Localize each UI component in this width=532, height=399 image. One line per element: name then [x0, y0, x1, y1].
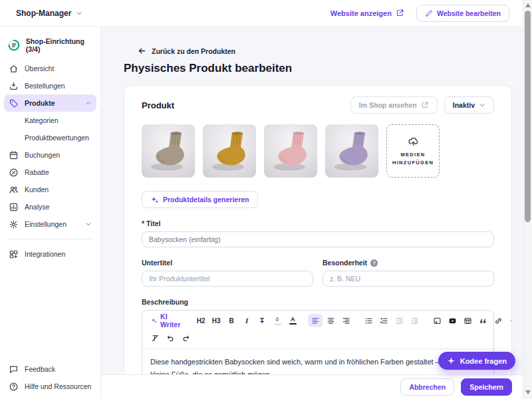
- insert-video-button[interactable]: [445, 314, 460, 327]
- sidebar-item-kategorien[interactable]: Kategorien: [4, 112, 96, 129]
- back-to-products-link[interactable]: Zurück zu den Produkten: [138, 47, 523, 55]
- sparkle-icon: [151, 317, 157, 325]
- save-button[interactable]: Speichern: [461, 378, 512, 396]
- add-media-label: MEDIEN HINZUFÜGEN: [392, 151, 434, 167]
- sidebar-item-bestellungen[interactable]: Bestellungen: [4, 77, 96, 94]
- sock-photo: [142, 124, 195, 178]
- status-dropdown[interactable]: Inaktiv: [444, 96, 494, 114]
- view-website-label: Website anzeigen: [331, 9, 392, 17]
- sock-photo: [264, 124, 317, 178]
- sock-photo: [203, 124, 256, 178]
- help-icon[interactable]: ?: [370, 259, 378, 267]
- highlight-input[interactable]: [323, 271, 494, 287]
- scrollbar-down-arrow[interactable]: [525, 390, 531, 394]
- font-color-bar: [289, 323, 297, 325]
- title-input[interactable]: [142, 231, 494, 247]
- sidebar-item-buchungen[interactable]: Buchungen: [4, 146, 96, 164]
- highlight-color-bar: [274, 324, 281, 325]
- undo-button[interactable]: [163, 331, 178, 344]
- image-icon: [433, 317, 442, 325]
- cancel-button[interactable]: Abbrechen: [400, 378, 454, 396]
- sidebar-item-feedback[interactable]: Feedback: [4, 360, 96, 378]
- sidebar-item-integrationen[interactable]: Integrationen: [4, 245, 96, 263]
- sidebar-item-hilfe[interactable]: Hilfe und Ressourcen: [4, 378, 96, 395]
- italic-button[interactable]: I: [239, 314, 254, 327]
- discount-icon: [9, 168, 19, 178]
- gear-icon: [9, 219, 19, 229]
- sidebar-item-produkte[interactable]: Produkte: [4, 94, 96, 112]
- setup-progress-icon: [8, 39, 20, 52]
- align-right-button[interactable]: [338, 314, 353, 327]
- chevron-up-icon: [85, 100, 92, 106]
- view-in-shop-label: Im Shop ansehen: [359, 101, 417, 109]
- bullet-list-button[interactable]: [361, 314, 376, 327]
- page-title: Physisches Produkt bearbeiten: [124, 62, 523, 75]
- edit-website-button[interactable]: Website bearbeiten: [416, 5, 509, 22]
- sidebar-item-einstellungen[interactable]: Einstellungen: [4, 215, 96, 233]
- page-scrollbar[interactable]: [523, 0, 532, 399]
- integrations-icon: [9, 249, 19, 259]
- redo-button[interactable]: [178, 331, 193, 344]
- product-image-1[interactable]: [142, 124, 195, 178]
- view-in-shop-button[interactable]: Im Shop ansehen: [350, 96, 438, 114]
- heading2-button[interactable]: H2: [194, 314, 208, 327]
- sidebar-item-rabatte[interactable]: Rabatte: [4, 164, 96, 181]
- indent-button[interactable]: [407, 314, 422, 327]
- card-title: Produkt: [142, 100, 174, 110]
- chart-icon: [9, 202, 19, 212]
- scrollbar-thumb[interactable]: [525, 11, 531, 222]
- arrow-left-icon: [138, 47, 146, 55]
- blockquote-button[interactable]: [475, 314, 490, 327]
- ask-kodee-button[interactable]: Kodee fragen: [438, 352, 515, 370]
- clear-formatting-button[interactable]: [148, 331, 162, 344]
- external-link-icon: [421, 101, 429, 109]
- tag-icon: [9, 98, 19, 108]
- heading3-button[interactable]: H3: [209, 314, 223, 327]
- generate-details-label: Produktdetails generieren: [163, 196, 249, 203]
- insert-image-button[interactable]: [430, 314, 444, 327]
- sidebar-item-kunden[interactable]: Kunden: [4, 181, 96, 198]
- sparkle-icon: [150, 196, 159, 204]
- sidebar-setup-label: Shop-Einrichtung (3/4): [26, 37, 92, 53]
- cloud-upload-icon: [408, 136, 419, 147]
- media-row: MEDIEN HINZUFÜGEN: [142, 124, 494, 178]
- editor-toolbar-row-1: KI Writer H2 H3 B I T: [142, 311, 493, 328]
- sidebar-item-uebersicht[interactable]: Übersicht: [4, 60, 96, 77]
- product-image-3[interactable]: [264, 124, 317, 178]
- view-website-link[interactable]: Website anzeigen: [331, 9, 404, 17]
- pencil-icon: [425, 9, 433, 17]
- kodee-spark-icon: [447, 356, 456, 365]
- sidebar-item-shop-setup[interactable]: Shop-Einrichtung (3/4): [0, 33, 100, 60]
- insert-link-button[interactable]: [491, 314, 505, 327]
- shop-manager-menu[interactable]: Shop-Manager: [16, 9, 82, 18]
- clear-format-icon: [151, 334, 160, 342]
- insert-table-button[interactable]: [460, 314, 475, 327]
- bold-button[interactable]: B: [224, 314, 239, 327]
- ai-writer-button[interactable]: KI Writer: [148, 313, 186, 329]
- sock-photo: [325, 124, 378, 178]
- ask-kodee-label: Kodee fragen: [460, 357, 507, 365]
- product-image-4[interactable]: [325, 124, 378, 178]
- chevron-down-icon: [479, 102, 485, 108]
- outdent-button[interactable]: [392, 314, 406, 327]
- font-color-glyph: A: [291, 317, 295, 323]
- undo-icon: [166, 334, 175, 342]
- add-media-button[interactable]: MEDIEN HINZUFÜGEN: [386, 124, 440, 178]
- strikethrough-button[interactable]: T: [255, 314, 269, 327]
- generate-product-details-button[interactable]: Produktdetails generieren: [142, 191, 258, 208]
- horizontal-rule-button[interactable]: [506, 314, 512, 327]
- align-center-button[interactable]: [323, 314, 338, 327]
- align-left-button[interactable]: [308, 314, 323, 327]
- subtitle-input[interactable]: [142, 271, 313, 287]
- product-image-2[interactable]: [203, 124, 256, 178]
- feedback-icon: [9, 364, 19, 374]
- highlight-color-button[interactable]: [270, 314, 285, 327]
- footer-action-bar: Abbrechen Speichern: [101, 374, 523, 399]
- scrollbar-up-arrow[interactable]: [525, 3, 531, 7]
- font-color-button[interactable]: A: [285, 314, 300, 327]
- sidebar-item-produktbewertungen[interactable]: Produktbewertungen: [4, 129, 96, 146]
- edit-website-label: Website bearbeiten: [437, 9, 501, 17]
- numbered-list-button[interactable]: [376, 314, 391, 327]
- sidebar-item-analyse[interactable]: Analyse: [4, 198, 96, 215]
- chevron-down-icon: [76, 10, 82, 17]
